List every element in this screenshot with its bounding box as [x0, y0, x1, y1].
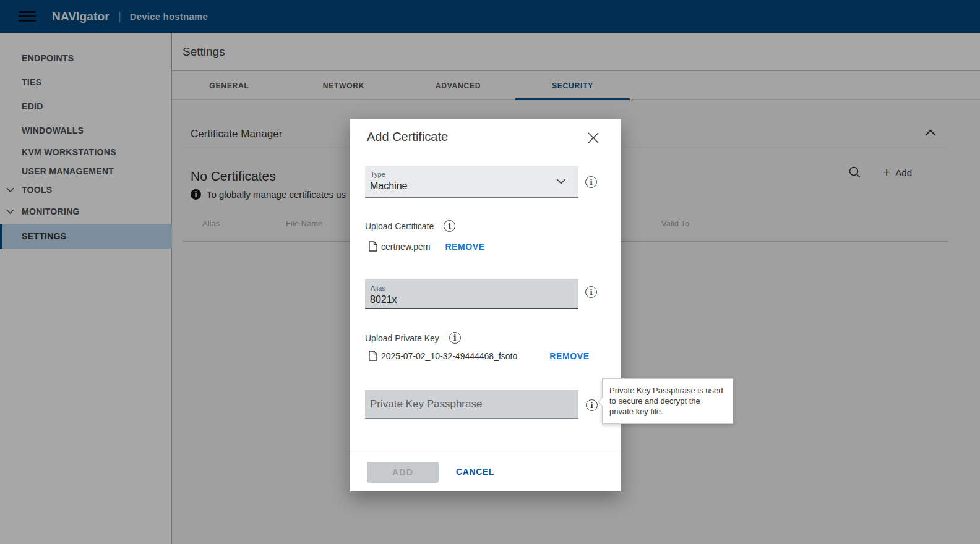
- footer-divider: [350, 451, 621, 451]
- remove-private-key-link[interactable]: REMOVE: [549, 351, 589, 361]
- alias-input-label: Alias: [371, 284, 385, 292]
- upload-certificate-label: Upload Certificate: [365, 221, 434, 231]
- upload-private-key-row: Upload Private Key i: [365, 332, 461, 344]
- upload-certificate-info-icon[interactable]: i: [444, 220, 455, 232]
- type-select[interactable]: Type Machine: [365, 166, 578, 198]
- type-info-icon[interactable]: i: [585, 176, 597, 188]
- remove-certificate-link[interactable]: REMOVE: [445, 242, 484, 252]
- upload-private-key-info-icon[interactable]: i: [449, 332, 461, 344]
- tooltip-text: Private Key Passphrase is used to secure…: [609, 385, 726, 417]
- add-button[interactable]: ADD: [367, 462, 439, 483]
- alias-info-icon[interactable]: i: [585, 286, 597, 298]
- private-key-passphrase-input[interactable]: [365, 390, 578, 418]
- dialog-title: Add Certificate: [367, 130, 448, 144]
- screen: NAVigator | Device hostname ENDPOINTS TI…: [0, 0, 980, 544]
- cancel-button[interactable]: CANCEL: [456, 467, 494, 477]
- alias-input-value: 8021x: [370, 294, 397, 305]
- private-key-file-row: 2025-07-02_10-32-49444468_fsoto REMOVE: [369, 351, 590, 361]
- upload-certificate-row: Upload Certificate i: [365, 220, 455, 232]
- type-select-value: Machine: [370, 181, 407, 192]
- file-icon: [369, 351, 377, 361]
- passphrase-tooltip: Private Key Passphrase is used to secure…: [602, 378, 733, 424]
- passphrase-info-icon[interactable]: i: [586, 399, 598, 411]
- type-select-label: Type: [371, 171, 385, 178]
- add-certificate-dialog: Add Certificate Type Machine i Upload Ce…: [350, 119, 621, 491]
- passphrase-field-wrap: [365, 390, 578, 419]
- certificate-file-name: certnew.pem: [381, 242, 430, 252]
- upload-private-key-label: Upload Private Key: [365, 333, 439, 343]
- alias-input[interactable]: Alias 8021x: [365, 279, 578, 309]
- chevron-down-icon: [556, 178, 566, 184]
- certificate-file-row: certnew.pem REMOVE: [369, 241, 485, 252]
- private-key-file-name: 2025-07-02_10-32-49444468_fsoto: [381, 351, 517, 361]
- file-icon: [369, 241, 377, 252]
- close-icon[interactable]: [587, 131, 600, 145]
